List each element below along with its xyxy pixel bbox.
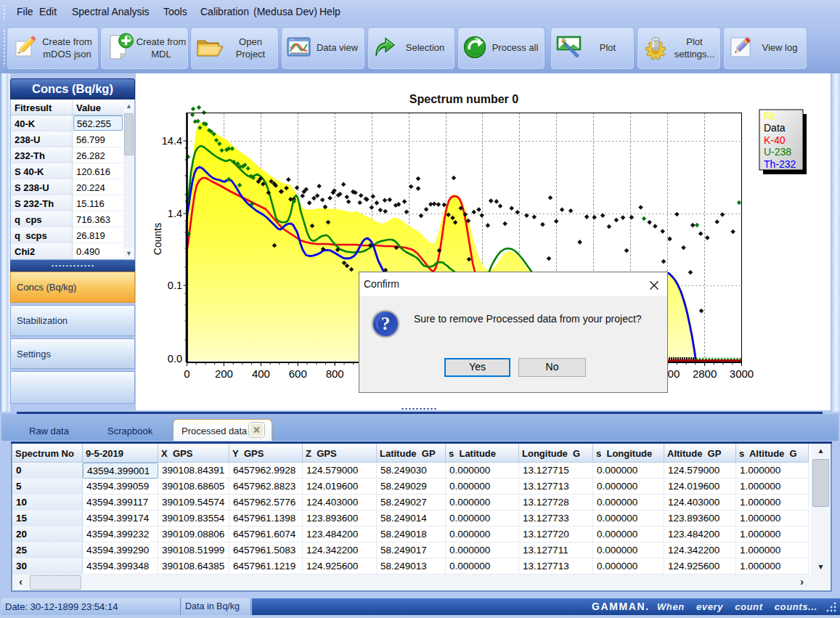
svg-text:200: 200 [215,367,233,380]
svg-text:Th-232: Th-232 [764,158,796,170]
svg-text:Fit: Fit [764,110,775,122]
svg-text:0.1: 0.1 [168,280,182,291]
svg-text:0.0: 0.0 [168,353,182,365]
svg-text:?: ? [381,314,391,333]
svg-text:U-238: U-238 [764,146,791,158]
svg-text:14.4: 14.4 [162,135,182,147]
svg-text:2800: 2800 [693,367,717,380]
svg-text:600: 600 [289,367,307,380]
svg-text:400: 400 [252,367,270,380]
svg-text:3000: 3000 [730,367,754,380]
svg-text:1.4: 1.4 [168,208,182,219]
svg-text:800: 800 [326,367,344,380]
svg-text:K-40: K-40 [764,134,786,146]
svg-text:Counts: Counts [152,223,163,255]
svg-text:0: 0 [184,367,189,380]
svg-text:Data: Data [764,122,786,134]
svg-text:Spectrum number 0: Spectrum number 0 [409,93,518,105]
